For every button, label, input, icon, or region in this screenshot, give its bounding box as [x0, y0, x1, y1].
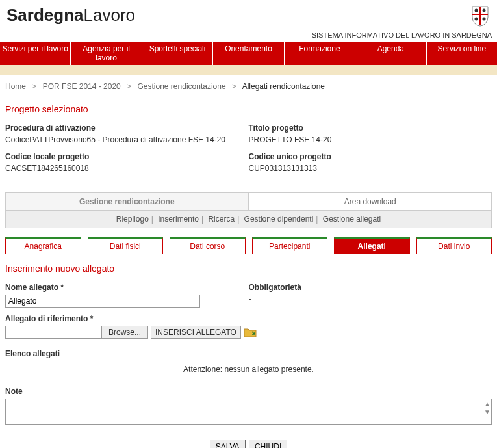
- nome-allegato-label: Nome allegato *: [5, 283, 249, 292]
- pill-allegati[interactable]: Allegati: [334, 237, 410, 254]
- file-path[interactable]: [6, 326, 101, 338]
- nome-allegato-input[interactable]: [5, 295, 200, 308]
- main-nav: Servizi per il lavoro Agenzia per il lav…: [0, 42, 497, 65]
- breadcrumb-current: Allegati rendicontazione: [242, 82, 325, 91]
- proc-value: CodicePATTProvvisorio65 - Procedura di a…: [5, 135, 249, 144]
- nav-agenzia-lavoro[interactable]: Agenzia per il lavoro: [71, 42, 142, 65]
- subnav: Riepilogo| Inserimento| Ricerca| Gestion…: [5, 211, 492, 228]
- tab-gestione-rendicontazione[interactable]: Gestione rendicontazione: [5, 192, 249, 211]
- nav-formazione[interactable]: Formazione: [285, 42, 355, 65]
- allegato-rif-label: Allegato di riferimento *: [5, 314, 492, 323]
- obbligatorieta-label: Obbligatorietà: [249, 283, 492, 292]
- subnav-allegati[interactable]: Gestione allegati: [323, 215, 381, 224]
- codun-label: Codice unico progetto: [249, 152, 492, 161]
- pill-tabs: Anagrafica Dati fisici Dati corso Partec…: [5, 237, 492, 254]
- breadcrumb: Home > POR FSE 2014 - 2020 > Gestione re…: [0, 75, 497, 98]
- tagline: SISTEMA INFORMATIVO DEL LAVORO IN SARDEG…: [0, 31, 497, 42]
- subnav-inserimento[interactable]: Inserimento: [158, 215, 199, 224]
- breadcrumb-gestione[interactable]: Gestione rendicontazione: [138, 82, 226, 91]
- browse-button[interactable]: Browse...: [101, 326, 147, 338]
- tab-area-download[interactable]: Area download: [249, 192, 492, 211]
- breadcrumb-home[interactable]: Home: [5, 82, 26, 91]
- logo: SardegnaLavoro: [6, 5, 135, 25]
- note-label: Note: [5, 387, 492, 396]
- codloc-label: Codice locale progetto: [5, 152, 249, 161]
- titolo-value: PROGETTO FSE 14-20: [249, 135, 492, 144]
- no-attachments-message: Attenzione: nessun allegato presente.: [5, 365, 492, 374]
- svg-point-2: [475, 9, 478, 12]
- subnav-ricerca[interactable]: Ricerca: [208, 215, 235, 224]
- pill-anagrafica[interactable]: Anagrafica: [5, 237, 81, 254]
- nav-agenda[interactable]: Agenda: [355, 42, 426, 65]
- chiudi-button[interactable]: CHIUDI: [249, 440, 287, 448]
- folder-icon: [244, 327, 257, 337]
- scroll-down-icon[interactable]: ▼: [484, 409, 491, 415]
- pill-partecipanti[interactable]: Partecipanti: [252, 237, 328, 254]
- titolo-label: Titolo progetto: [249, 124, 492, 133]
- crest-icon: [470, 5, 491, 29]
- pill-dati-fisici[interactable]: Dati fisici: [88, 237, 164, 254]
- obbligatorieta-value: -: [249, 295, 492, 304]
- form-title: Inserimento nuovo allegato: [5, 263, 492, 274]
- nav-orientamento[interactable]: Orientamento: [213, 42, 284, 65]
- nav-servizi-lavoro[interactable]: Servizi per il lavoro: [0, 42, 71, 65]
- subnav-dipendenti[interactable]: Gestione dipendenti: [244, 215, 314, 224]
- subnav-riepilogo[interactable]: Riepilogo: [116, 215, 149, 224]
- pill-dati-invio[interactable]: Dati invio: [416, 237, 492, 254]
- nav-sportelli[interactable]: Sportelli speciali: [142, 42, 213, 65]
- inserisci-allegato-button[interactable]: INSERISCI ALLEGATO: [151, 326, 241, 339]
- pill-dati-corso[interactable]: Dati corso: [170, 237, 246, 254]
- svg-point-4: [475, 18, 478, 21]
- note-textarea[interactable]: [5, 399, 492, 425]
- codloc-value: CACSET184265160018: [5, 164, 249, 173]
- scroll-up-icon[interactable]: ▲: [484, 401, 491, 408]
- svg-point-5: [483, 18, 486, 21]
- nav-servizi-online[interactable]: Servizi on line: [427, 42, 497, 65]
- salva-button[interactable]: SALVA: [210, 440, 246, 448]
- proc-label: Procedura di attivazione: [5, 124, 249, 133]
- stripe: [0, 65, 497, 75]
- svg-point-3: [483, 9, 486, 12]
- breadcrumb-por[interactable]: POR FSE 2014 - 2020: [43, 82, 121, 91]
- codun-value: CUP031313131313: [249, 164, 492, 173]
- section-progetto-title: Progetto selezionato: [5, 104, 492, 114]
- elenco-allegati-label: Elenco allegati: [5, 349, 492, 358]
